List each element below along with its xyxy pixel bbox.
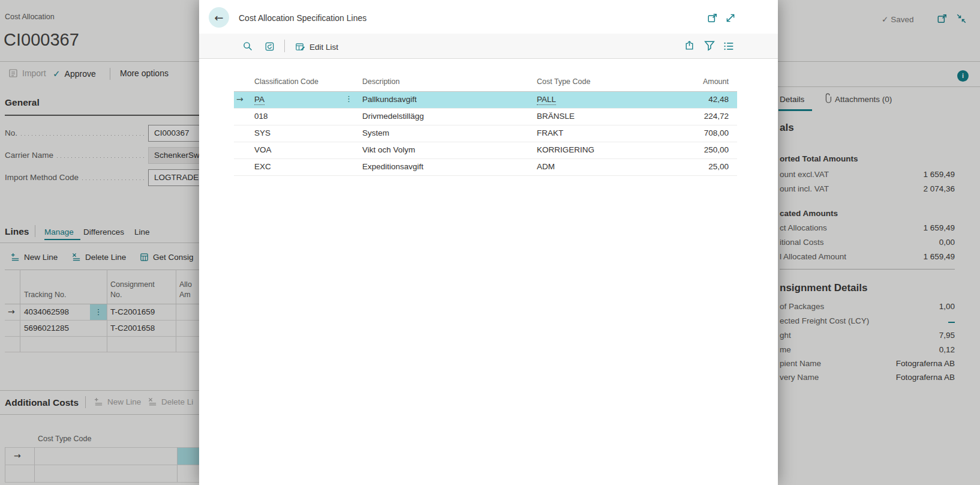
share-icon[interactable] [684,40,695,51]
spec-line-row[interactable]: SYS System FRAKT 708,00 [234,125,737,142]
spec-line-row-selected[interactable]: → PA ⋮ Pallkundsavgift PALL 42,48 [234,92,737,109]
spec-line-row[interactable]: 018 Drivmedelstillägg BRÄNSLE 224,72 [234,109,737,125]
amount-cell[interactable]: 25,00 [619,162,729,171]
classification-code-cell[interactable]: VOA [254,145,272,154]
description-cell[interactable]: Drivmedelstillägg [362,112,424,121]
back-button[interactable]: ← [209,7,229,28]
description-cell[interactable]: Vikt och Volym [362,145,415,154]
cost-type-code-cell[interactable]: BRÄNSLE [537,112,575,121]
search-icon[interactable] [243,41,252,51]
amount-cell[interactable]: 250,00 [619,145,729,154]
list-view-icon[interactable] [723,41,734,52]
cost-type-code-cell[interactable]: KORRIGERING [537,145,594,154]
classification-code-cell[interactable]: SYS [254,128,270,137]
description-cell[interactable]: Pallkundsavgift [362,95,417,104]
column-header-cost-type-code[interactable]: Cost Type Code [537,77,590,86]
open-in-new-window-icon[interactable] [707,13,718,23]
classification-code-cell[interactable]: PA [254,95,264,104]
column-header-amount[interactable]: Amount [619,77,729,86]
spec-line-row[interactable]: VOA Vikt och Volym KORRIGERING 250,00 [234,142,737,159]
cost-type-code-cell[interactable]: ADM [537,162,555,171]
row-marker-arrow: → [236,94,244,104]
row-more-options-button[interactable]: ⋮ [345,94,353,103]
filter-icon[interactable] [704,40,715,51]
amount-cell[interactable]: 224,72 [619,112,729,121]
edit-list-button[interactable]: Edit List [295,42,338,52]
cost-type-code-cell[interactable]: PALL [537,95,556,104]
amount-cell[interactable]: 42,48 [619,95,729,104]
classification-code-cell[interactable]: EXC [254,162,271,171]
expand-icon[interactable] [725,13,736,23]
divider [284,40,285,52]
cost-type-code-cell[interactable]: FRAKT [537,128,563,137]
description-cell[interactable]: System [362,128,389,137]
column-header-description[interactable]: Description [362,77,400,86]
cost-allocation-specification-lines-dialog: ← Cost Allocation Specification Lines Ed… [199,0,778,485]
classification-code-cell[interactable]: 018 [254,112,268,121]
back-arrow-icon: ← [214,11,223,24]
refresh-list-icon[interactable] [264,41,275,52]
edit-list-icon [295,42,305,52]
description-cell[interactable]: Expeditionsavgift [362,162,423,171]
edit-list-label: Edit List [309,43,338,52]
app-screen: Cost Allocation ✓ Saved CI000367 Import … [0,0,980,485]
amount-cell[interactable]: 708,00 [619,128,729,137]
spec-line-row[interactable]: EXC Expeditionsavgift ADM 25,00 [234,159,737,176]
dialog-title: Cost Allocation Specification Lines [239,13,366,23]
column-header-classification-code[interactable]: Classification Code [254,77,318,86]
